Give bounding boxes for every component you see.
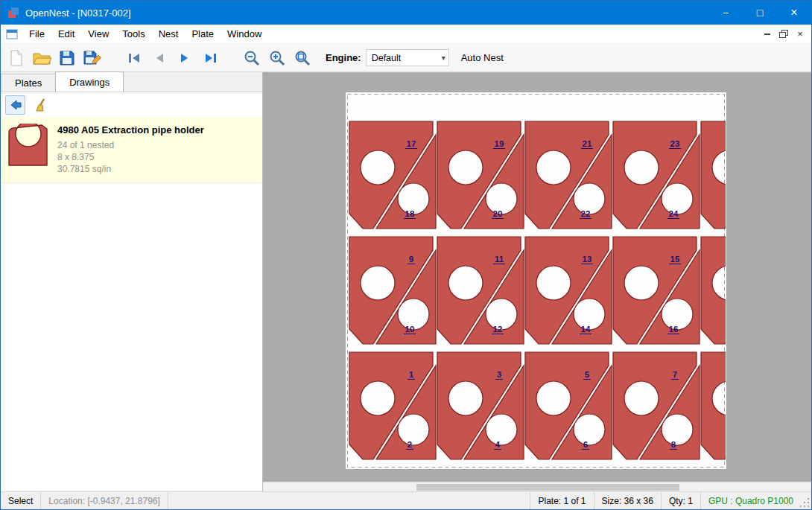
- menu-file[interactable]: File: [22, 25, 51, 42]
- status-location: Location: [-0.9437, 21.8796]: [41, 492, 168, 509]
- save-as-icon: [83, 49, 102, 67]
- drawing-nested-count: 24 of 1 nested: [57, 139, 204, 151]
- drawing-size: 8 x 8.375: [57, 151, 204, 163]
- first-arrow-icon: [127, 52, 142, 64]
- menu-tools[interactable]: Tools: [115, 25, 151, 42]
- minimize-button[interactable]: −: [708, 1, 743, 25]
- menu-bar: File Edit View Tools Nest Plate Window ×: [1, 25, 811, 44]
- part-number: 12: [493, 325, 503, 334]
- menu-nest[interactable]: Nest: [152, 25, 185, 42]
- zoom-out-icon: [243, 49, 261, 67]
- part-number: 21: [583, 139, 592, 148]
- last-arrow-icon: [203, 52, 218, 64]
- part-number: 13: [583, 255, 592, 264]
- close-button[interactable]: ×: [777, 1, 811, 25]
- part-number: 20: [493, 209, 503, 218]
- engine-value: Default: [372, 53, 442, 63]
- drawing-title: 4980 A05 Extraction pipe holder: [57, 124, 204, 136]
- engine-dropdown[interactable]: Default ▾: [366, 49, 449, 66]
- app-icon: [7, 7, 19, 19]
- part-number: 8: [671, 440, 676, 449]
- new-file-button[interactable]: [4, 46, 29, 70]
- part-number: 17: [407, 139, 416, 148]
- zoom-fit-button[interactable]: [290, 46, 315, 70]
- part-number: 19: [495, 139, 504, 148]
- blue-arrow-icon: [9, 99, 22, 111]
- drawing-area: 30.7815 sq/in: [57, 163, 204, 175]
- status-bar: Select Location: [-0.9437, 21.8796] Plat…: [1, 491, 811, 509]
- drawing-list-item[interactable]: 4980 A05 Extraction pipe holder 24 of 1 …: [1, 117, 262, 183]
- child-minimize-icon[interactable]: [759, 27, 775, 42]
- menu-view[interactable]: View: [81, 25, 115, 42]
- part-number: 4: [495, 440, 501, 449]
- title-bar: OpenNest - [N0317-002] − □ ×: [1, 1, 811, 25]
- save-as-button[interactable]: [80, 46, 105, 70]
- nest-canvas[interactable]: 171819202122232491011121314151612345678: [263, 72, 811, 491]
- part-number: 1: [409, 370, 414, 379]
- part-number: 16: [669, 325, 679, 334]
- part-number: 7: [673, 370, 677, 379]
- zoom-in-icon: [268, 49, 286, 67]
- zoom-in-button[interactable]: [264, 46, 290, 70]
- status-mode: Select: [1, 492, 41, 509]
- next-plate-button[interactable]: [172, 46, 197, 70]
- tab-plates[interactable]: Plates: [1, 74, 56, 92]
- menu-window[interactable]: Window: [221, 25, 268, 42]
- child-restore-icon[interactable]: [775, 27, 792, 42]
- part-number: 22: [581, 209, 591, 218]
- part-number: 23: [670, 139, 680, 148]
- status-qty: Qty: 1: [661, 492, 700, 509]
- save-icon: [58, 49, 76, 67]
- menu-edit[interactable]: Edit: [51, 25, 81, 42]
- plate[interactable]: 171819202122232491011121314151612345678: [345, 92, 727, 472]
- window-title: OpenNest - [N0317-002]: [25, 7, 131, 19]
- engine-label: Engine:: [326, 52, 361, 63]
- document-icon[interactable]: [6, 29, 18, 39]
- clear-drawings-button[interactable]: [30, 95, 50, 115]
- part-number: 3: [497, 370, 501, 379]
- part-number: 14: [581, 325, 591, 334]
- previous-plate-button[interactable]: [147, 46, 172, 70]
- part-number: 18: [405, 209, 415, 218]
- part-number: 24: [669, 209, 679, 218]
- status-plate: Plate: 1 of 1: [530, 492, 593, 509]
- left-panel: Plates Drawings 4980 A05 Extractio: [1, 72, 263, 491]
- save-button[interactable]: [54, 46, 80, 70]
- scrollbar-thumb[interactable]: [416, 484, 679, 491]
- toolbar: Engine: Default ▾ Auto Nest: [1, 44, 811, 72]
- broom-icon: [34, 98, 47, 112]
- part-number: 2: [407, 440, 412, 449]
- part-number: 6: [583, 440, 588, 449]
- resize-grip[interactable]: [801, 492, 811, 509]
- part-number: 5: [585, 370, 590, 379]
- zoom-fit-icon: [294, 49, 311, 67]
- next-arrow-icon: [179, 52, 191, 64]
- import-drawing-button[interactable]: [5, 95, 25, 115]
- horizontal-scrollbar[interactable]: [263, 482, 811, 491]
- last-plate-button[interactable]: [197, 46, 223, 70]
- part-number: 11: [495, 255, 504, 264]
- new-file-icon: [8, 49, 25, 67]
- maximize-button[interactable]: □: [743, 1, 777, 25]
- status-gpu: GPU : Quadro P1000: [700, 492, 801, 509]
- part-number: 15: [670, 255, 680, 264]
- open-folder-icon: [32, 50, 51, 66]
- open-button[interactable]: [29, 46, 54, 70]
- previous-arrow-icon: [153, 52, 165, 64]
- part-number: 10: [405, 325, 415, 334]
- tab-strip: Plates Drawings: [1, 72, 262, 92]
- status-size: Size: 36 x 36: [594, 492, 661, 509]
- child-close-icon[interactable]: ×: [792, 27, 808, 42]
- menu-plate[interactable]: Plate: [185, 25, 221, 42]
- app-window: OpenNest - [N0317-002] − □ × File Edit V…: [0, 0, 812, 510]
- zoom-out-button[interactable]: [239, 46, 264, 70]
- drawings-toolbar: [1, 92, 262, 117]
- auto-nest-label[interactable]: Auto Nest: [461, 52, 504, 63]
- part-number: 9: [409, 255, 413, 264]
- tab-drawings[interactable]: Drawings: [55, 71, 124, 92]
- chevron-down-icon: ▾: [442, 54, 445, 62]
- first-plate-button[interactable]: [121, 46, 147, 70]
- part-thumbnail: [7, 123, 50, 169]
